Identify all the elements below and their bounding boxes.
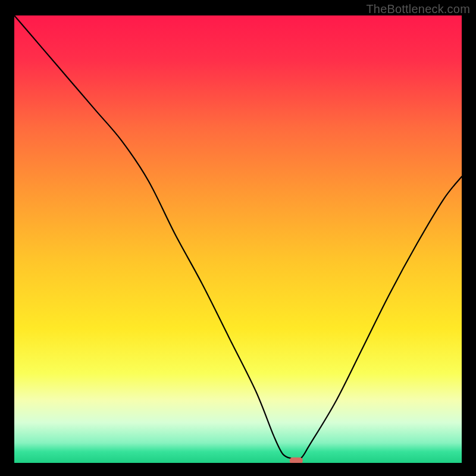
- plot-svg: [14, 15, 462, 463]
- plot-area: [14, 15, 462, 463]
- chart-frame: TheBottleneck.com: [0, 0, 476, 476]
- gradient-background: [14, 15, 462, 463]
- optimal-marker: [290, 458, 303, 463]
- watermark-text: TheBottleneck.com: [366, 2, 470, 16]
